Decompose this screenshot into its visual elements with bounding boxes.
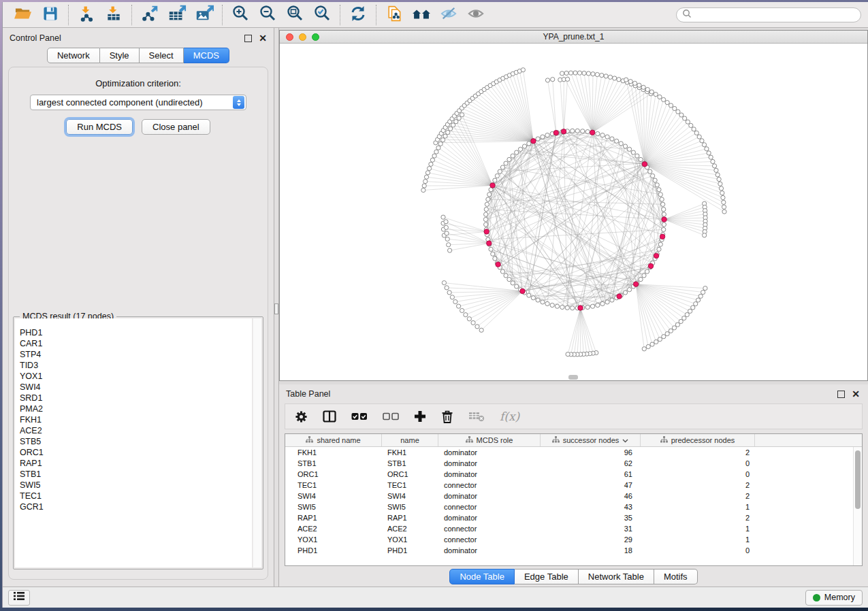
graph-node[interactable] bbox=[716, 173, 720, 177]
graph-node[interactable] bbox=[436, 146, 440, 150]
graph-node[interactable] bbox=[445, 237, 449, 241]
graph-node[interactable] bbox=[669, 329, 673, 333]
graph-node[interactable] bbox=[581, 129, 585, 133]
graph-node[interactable] bbox=[651, 174, 655, 178]
graph-node[interactable] bbox=[624, 78, 628, 82]
table-row[interactable]: RAP1RAP1dominator352 bbox=[285, 512, 862, 523]
table-cell[interactable]: 2 bbox=[641, 447, 755, 458]
graph-node[interactable] bbox=[536, 137, 540, 141]
graph-node[interactable] bbox=[475, 325, 479, 329]
memory-button[interactable]: Memory bbox=[805, 590, 863, 606]
close-panel-button[interactable]: Close panel bbox=[142, 119, 210, 135]
graph-node[interactable] bbox=[507, 157, 511, 161]
graph-node[interactable] bbox=[456, 304, 460, 308]
list-item[interactable]: GCR1 bbox=[20, 501, 252, 512]
graph-hub-node[interactable] bbox=[654, 253, 658, 258]
graph-node[interactable] bbox=[447, 291, 451, 295]
graph-node[interactable] bbox=[608, 75, 612, 79]
table-row[interactable]: PHD1PHD1dominator180 bbox=[285, 545, 862, 556]
graph-hub-node[interactable] bbox=[520, 288, 525, 293]
graph-node[interactable] bbox=[590, 304, 594, 308]
graph-node[interactable] bbox=[444, 220, 448, 224]
graph-node[interactable] bbox=[438, 142, 443, 146]
graph-node[interactable] bbox=[600, 133, 605, 137]
graph-node[interactable] bbox=[429, 162, 433, 166]
graph-node[interactable] bbox=[545, 133, 549, 137]
graph-node[interactable] bbox=[662, 212, 666, 216]
list-item[interactable]: SRD1 bbox=[20, 393, 252, 403]
graph-node[interactable] bbox=[432, 154, 436, 158]
list-item[interactable]: SWI4 bbox=[20, 382, 252, 393]
graph-hub-node[interactable] bbox=[633, 282, 638, 286]
graph-node[interactable] bbox=[665, 101, 669, 105]
close-panel-icon[interactable]: ✕ bbox=[259, 35, 267, 42]
graph-node[interactable] bbox=[697, 135, 701, 139]
graph-node[interactable] bbox=[424, 175, 428, 179]
duplicate-network-button[interactable] bbox=[381, 4, 408, 26]
graph-node[interactable] bbox=[635, 154, 639, 158]
table-cell[interactable]: dominator bbox=[438, 469, 541, 480]
open-file-button[interactable] bbox=[10, 4, 37, 26]
graph-node[interactable] bbox=[493, 178, 497, 182]
zoom-out-button[interactable] bbox=[254, 4, 281, 26]
graph-node[interactable] bbox=[662, 222, 666, 227]
graph-node[interactable] bbox=[610, 298, 614, 302]
graph-node[interactable] bbox=[570, 306, 575, 310]
graph-node[interactable] bbox=[484, 208, 488, 212]
table-row[interactable]: STB1STB1dominator620 bbox=[285, 458, 862, 469]
table-scrollbar[interactable] bbox=[853, 447, 862, 565]
graph-node[interactable] bbox=[522, 144, 526, 148]
float-panel-button[interactable] bbox=[244, 35, 252, 42]
graph-node[interactable] bbox=[700, 139, 704, 143]
graph-node[interactable] bbox=[653, 178, 657, 182]
list-item[interactable]: ORC1 bbox=[20, 447, 252, 458]
graph-node[interactable] bbox=[615, 139, 619, 143]
table-row[interactable]: YOX1YOX1connector291 bbox=[285, 534, 862, 545]
graph-node[interactable] bbox=[486, 197, 490, 201]
graph-node[interactable] bbox=[642, 347, 646, 351]
graph-node[interactable] bbox=[445, 286, 449, 290]
list-item[interactable]: SWI5 bbox=[20, 480, 252, 491]
graph-node[interactable] bbox=[484, 212, 488, 216]
graph-node[interactable] bbox=[661, 202, 665, 206]
graph-node[interactable] bbox=[498, 169, 502, 174]
graph-hub-node[interactable] bbox=[660, 234, 664, 239]
graph-hub-node[interactable] bbox=[642, 162, 647, 167]
column-header-predecessor-nodes[interactable]: predecessor nodes bbox=[641, 434, 755, 446]
import-table-button[interactable] bbox=[100, 4, 127, 26]
graph-node[interactable] bbox=[560, 305, 564, 309]
graph-node[interactable] bbox=[619, 142, 623, 146]
table-cell[interactable]: YOX1 bbox=[285, 534, 382, 545]
graph-node[interactable] bbox=[427, 166, 431, 170]
graph-node[interactable] bbox=[489, 247, 493, 251]
task-history-button[interactable] bbox=[8, 590, 30, 606]
graph-node[interactable] bbox=[566, 77, 570, 81]
graph-node[interactable] bbox=[591, 72, 595, 76]
graph-node[interactable] bbox=[585, 305, 590, 309]
graph-node[interactable] bbox=[450, 295, 454, 299]
graph-node[interactable] bbox=[442, 281, 446, 285]
tab-network-table[interactable]: Network Table bbox=[579, 569, 654, 584]
graph-node[interactable] bbox=[672, 326, 676, 330]
export-table-button[interactable] bbox=[163, 4, 191, 26]
graph-node[interactable] bbox=[662, 335, 666, 339]
network-graph[interactable] bbox=[280, 44, 867, 380]
tab-node-table[interactable]: Node Table bbox=[449, 569, 515, 584]
table-row[interactable]: FKH1FKH1dominator962 bbox=[285, 447, 862, 458]
graph-node[interactable] bbox=[550, 303, 554, 307]
graph-node[interactable] bbox=[669, 103, 673, 108]
graph-node[interactable] bbox=[657, 247, 661, 251]
search-input[interactable] bbox=[696, 10, 855, 20]
graph-node[interactable] bbox=[645, 87, 649, 91]
graph-node[interactable] bbox=[645, 269, 649, 274]
table-cell[interactable]: 96 bbox=[541, 447, 641, 458]
list-item[interactable]: CAR1 bbox=[20, 338, 252, 349]
graph-node[interactable] bbox=[447, 248, 451, 252]
table-cell[interactable]: 2 bbox=[641, 480, 755, 491]
table-cell[interactable]: RAP1 bbox=[285, 512, 382, 523]
table-cell[interactable]: PHD1 bbox=[382, 545, 438, 556]
graph-node[interactable] bbox=[639, 277, 643, 281]
graph-node[interactable] bbox=[531, 296, 535, 300]
save-session-button[interactable] bbox=[37, 4, 64, 26]
table-cell[interactable]: dominator bbox=[438, 512, 541, 523]
